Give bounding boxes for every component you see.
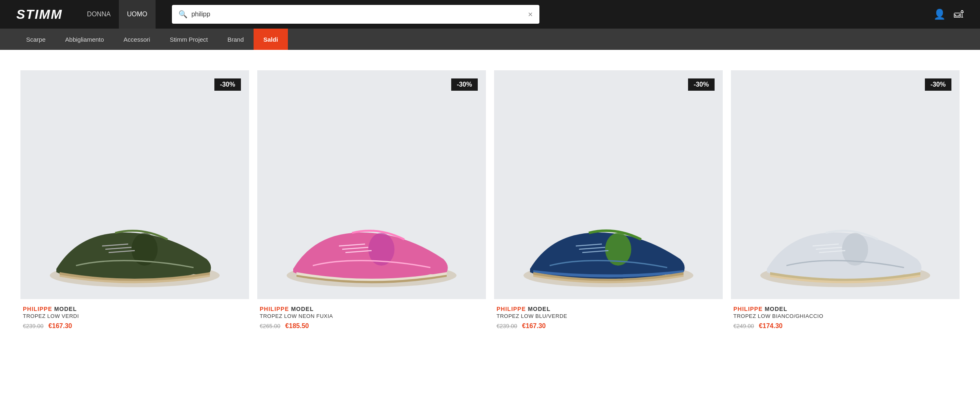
secondary-navigation: Scarpe Abbigliamento Accessori Stimm Pro… <box>0 29 980 50</box>
product-info: PHILIPPE MODEL TROPEZ LOW NEON FUXIA €26… <box>257 299 486 330</box>
product-name: TROPEZ LOW BIANCO/GHIACCIO <box>733 313 957 319</box>
price-row: €265.00 €185.50 <box>260 322 483 330</box>
product-image <box>731 70 960 299</box>
product-card[interactable]: -30% PHILIP <box>16 66 253 334</box>
brand-highlight: PHILIPPE <box>733 306 763 312</box>
product-brand: PHILIPPE MODEL <box>733 306 957 312</box>
sale-price: €167.30 <box>522 322 546 330</box>
product-card[interactable]: -30% PHILIPPE MODEL <box>727 66 964 334</box>
site-logo[interactable]: STIMM <box>16 7 62 22</box>
cart-icon-button[interactable]: 🛋 <box>954 9 964 20</box>
brand-highlight: PHILIPPE <box>260 306 289 312</box>
sale-price: €167.30 <box>49 322 72 330</box>
product-image-container: -30% <box>494 70 723 299</box>
product-image-container: -30% <box>731 70 960 299</box>
nav-accessori[interactable]: Accessori <box>114 29 160 50</box>
nav-brand[interactable]: Brand <box>218 29 254 50</box>
product-grid: -30% PHILIP <box>0 50 980 358</box>
product-brand: PHILIPPE MODEL <box>260 306 483 312</box>
product-card[interactable]: -30% PHILIP <box>490 66 727 334</box>
product-name: TROPEZ LOW NEON FUXIA <box>260 313 483 319</box>
product-card[interactable]: -30% PHILIPPE MODEL <box>253 66 490 334</box>
nav-icon-group: 👤 🛋 <box>933 9 964 20</box>
user-icon-button[interactable]: 👤 <box>933 9 946 20</box>
product-image-container: -30% <box>20 70 249 299</box>
sale-price: €185.50 <box>285 322 309 330</box>
search-bar: 🔍 × <box>172 5 539 24</box>
search-clear-button[interactable]: × <box>528 10 533 18</box>
original-price: €239.00 <box>497 323 517 329</box>
product-image <box>494 70 723 299</box>
brand-highlight: PHILIPPE <box>23 306 52 312</box>
product-name: TROPEZ LOW VERDI <box>23 313 247 319</box>
sale-price: €174.30 <box>759 322 783 330</box>
product-name: TROPEZ LOW BLU/VERDE <box>497 313 720 319</box>
discount-badge: -30% <box>214 78 241 91</box>
discount-badge: -30% <box>451 78 478 91</box>
product-brand: PHILIPPE MODEL <box>497 306 720 312</box>
price-row: €249.00 €174.30 <box>733 322 957 330</box>
price-row: €239.00 €167.30 <box>23 322 247 330</box>
product-info: PHILIPPE MODEL TROPEZ LOW VERDI €239.00 … <box>20 299 249 330</box>
product-info: PHILIPPE MODEL TROPEZ LOW BLU/VERDE €239… <box>494 299 723 330</box>
discount-badge: -30% <box>688 78 715 91</box>
original-price: €239.00 <box>23 323 44 329</box>
nav-abbigliamento[interactable]: Abbigliamento <box>56 29 114 50</box>
search-input[interactable] <box>192 11 524 18</box>
brand-highlight: PHILIPPE <box>497 306 526 312</box>
nav-donna[interactable]: DONNA <box>79 0 119 29</box>
nav-scarpe[interactable]: Scarpe <box>16 29 56 50</box>
nav-saldi[interactable]: Saldi <box>254 29 288 50</box>
nav-uomo[interactable]: UOMO <box>119 0 156 29</box>
discount-badge: -30% <box>925 78 951 91</box>
primary-nav: DONNA UOMO <box>79 0 156 29</box>
search-icon: 🔍 <box>178 10 187 19</box>
original-price: €249.00 <box>733 323 754 329</box>
nav-stimm-project[interactable]: Stimm Project <box>160 29 218 50</box>
price-row: €239.00 €167.30 <box>497 322 720 330</box>
original-price: €265.00 <box>260 323 281 329</box>
product-image <box>257 70 486 299</box>
product-brand: PHILIPPE MODEL <box>23 306 247 312</box>
top-navigation: STIMM DONNA UOMO 🔍 × 👤 🛋 <box>0 0 980 29</box>
product-image-container: -30% <box>257 70 486 299</box>
product-info: PHILIPPE MODEL TROPEZ LOW BIANCO/GHIACCI… <box>731 299 960 330</box>
product-image <box>20 70 249 299</box>
